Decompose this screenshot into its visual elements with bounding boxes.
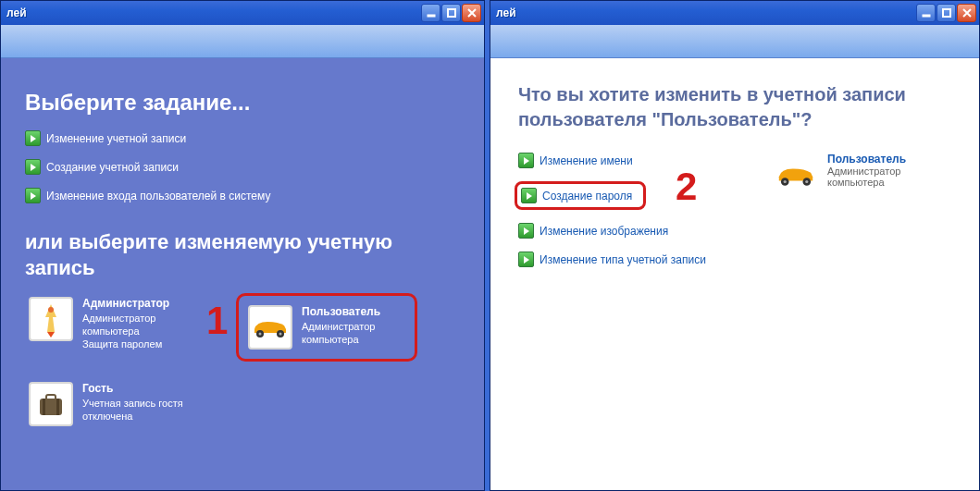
account-name: Пользователь (302, 305, 380, 320)
toolbar-left (1, 25, 484, 58)
account-desc: Защита паролем (82, 338, 169, 350)
heading-what-to-change: Что вы хотите изменить в учетной записи … (518, 82, 959, 132)
account-desc: компьютера (302, 333, 380, 346)
arrow-right-icon (521, 188, 537, 203)
window-title-left: лей (6, 6, 421, 19)
task-change-account-type[interactable]: Изменение типа учетной записи (518, 252, 731, 267)
avatar (774, 153, 818, 197)
accounts-list: Администратор Администратор компьютера З… (25, 293, 460, 430)
maximize-icon (446, 7, 457, 18)
heading-choose-account: или выберите изменяемую учетную запись (25, 229, 460, 280)
minimize-button[interactable] (421, 4, 440, 22)
window-user-account-detail: лей Что вы хотите изменить в учетной зап… (490, 0, 980, 491)
close-button[interactable] (957, 4, 976, 22)
content-left: Выберите задание... Изменение учетной за… (1, 58, 484, 490)
account-desc: Учетная запись гостя (82, 397, 183, 410)
svg-point-2 (48, 307, 54, 313)
arrow-right-icon (518, 223, 534, 239)
car-icon (251, 314, 290, 340)
task-change-logon[interactable]: Изменение входа пользователей в систему (25, 188, 460, 203)
arrow-right-icon (25, 188, 41, 203)
task-label: Изменение учетной записи (46, 132, 186, 145)
maximize-button[interactable] (441, 4, 461, 22)
close-button[interactable] (462, 4, 481, 22)
account-name: Гость (82, 382, 183, 397)
svg-point-16 (805, 180, 808, 183)
svg-rect-1 (448, 9, 455, 17)
svg-rect-0 (428, 15, 435, 17)
task-label: Изменение изображения (540, 225, 668, 238)
avatar (29, 297, 73, 341)
selected-user-name: Пользователь (827, 153, 959, 166)
svg-rect-8 (46, 395, 56, 400)
minimize-button[interactable] (916, 4, 936, 22)
task-change-picture[interactable]: Изменение изображения (518, 223, 731, 239)
task-label: Создание пароля (542, 190, 632, 203)
account-desc: Администратор (302, 320, 380, 333)
arrow-right-icon (25, 159, 41, 175)
account-desc: Администратор (82, 312, 169, 325)
minimize-icon (426, 7, 437, 18)
heading-choose-task: Выберите задание... (25, 90, 460, 116)
svg-rect-9 (43, 399, 45, 415)
rocket-icon (32, 301, 69, 338)
close-icon (961, 7, 973, 18)
svg-point-5 (259, 333, 262, 336)
titlebar-right[interactable]: лей (490, 1, 979, 25)
selected-user-desc: Администратор компьютера (827, 166, 959, 188)
selected-user-block: Пользователь Администратор компьютера (774, 153, 959, 197)
suitcase-icon (32, 386, 69, 423)
task-label: Изменение входа пользователей в систему (46, 190, 270, 203)
maximize-button[interactable] (937, 4, 956, 22)
arrow-right-icon (518, 153, 534, 168)
svg-point-15 (784, 180, 787, 183)
close-icon (466, 7, 478, 18)
content-right: Что вы хотите изменить в учетной записи … (490, 58, 979, 490)
annotation-number-2: 2 (676, 165, 697, 209)
car-icon (775, 161, 817, 189)
account-name: Администратор (82, 297, 169, 312)
task-label: Изменение типа учетной записи (540, 253, 706, 266)
minimize-icon (921, 7, 932, 18)
window-user-accounts-main: лей Выберите задание... Изменение учетно… (0, 0, 485, 491)
svg-rect-10 (56, 399, 59, 415)
titlebar-left[interactable]: лей (1, 1, 484, 25)
account-desc: отключена (82, 410, 183, 423)
task-change-name[interactable]: Изменение имени (518, 153, 731, 168)
svg-rect-12 (943, 9, 950, 17)
account-item-user[interactable]: Пользователь Администратор компьютера (236, 293, 417, 362)
task-create-account[interactable]: Создание учетной записи (25, 159, 460, 175)
arrow-right-icon (518, 252, 534, 267)
arrow-right-icon (25, 130, 41, 146)
account-desc: компьютера (82, 325, 169, 338)
avatar (248, 305, 292, 350)
svg-rect-11 (923, 15, 930, 17)
annotation-number-1: 1 (206, 299, 228, 343)
task-label: Создание учетной записи (46, 161, 179, 174)
account-item-guest[interactable]: Гость Учетная запись гостя отключена (25, 378, 219, 430)
task-change-account[interactable]: Изменение учетной записи (25, 130, 460, 146)
task-create-password[interactable]: Создание пароля (515, 181, 646, 210)
task-label: Изменение имени (540, 154, 633, 167)
svg-point-6 (279, 333, 282, 336)
account-item-admin[interactable]: Администратор Администратор компьютера З… (25, 293, 219, 362)
window-title-right: лей (496, 6, 916, 19)
maximize-icon (941, 7, 952, 18)
toolbar-right (490, 25, 979, 58)
avatar (29, 382, 73, 426)
